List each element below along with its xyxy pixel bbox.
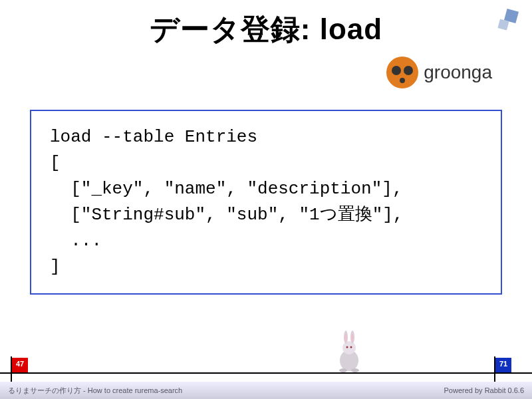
current-page-flag: 47 <box>12 358 28 372</box>
svg-point-7 <box>352 333 354 342</box>
progress-line <box>0 372 532 374</box>
groonga-logo-icon <box>386 57 418 88</box>
footer-right: Powered by Rabbit 0.6.6 <box>444 386 524 394</box>
svg-point-10 <box>339 368 347 372</box>
svg-point-8 <box>346 346 348 348</box>
svg-point-11 <box>351 368 359 372</box>
groonga-logo: groonga <box>386 57 492 88</box>
groonga-logo-text: groonga <box>424 62 492 83</box>
code-block: load --table Entries [ ["_key", "name", … <box>30 110 502 295</box>
footer-bar: るりまサーチの作り方 - How to create rurema-search… <box>0 382 532 399</box>
code-content: load --table Entries [ ["_key", "name", … <box>50 124 482 280</box>
slide-title: データ登録: load <box>0 0 532 49</box>
rabbit-icon <box>331 331 368 374</box>
total-pages-flag: 71 <box>495 358 511 372</box>
svg-point-6 <box>345 333 347 342</box>
footer-left: るりまサーチの作り方 - How to create rurema-search <box>8 386 182 396</box>
svg-point-3 <box>342 341 356 354</box>
svg-point-9 <box>350 346 352 348</box>
corner-decoration <box>492 7 525 40</box>
